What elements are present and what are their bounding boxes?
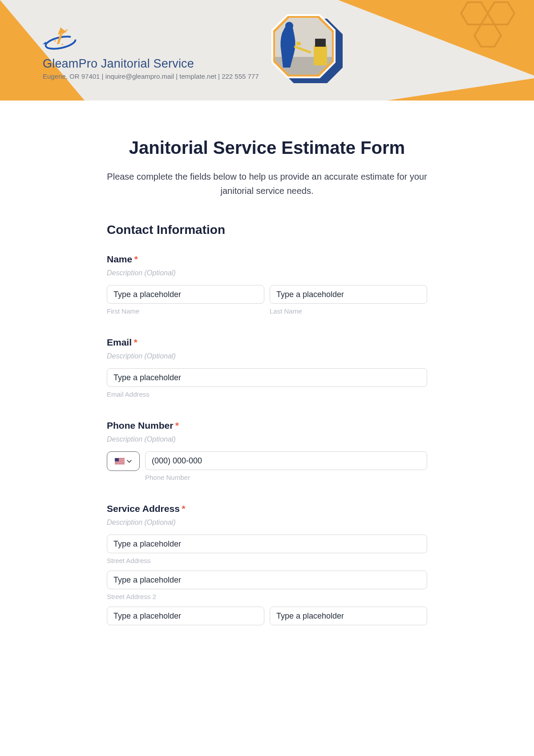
phone-sublabel: Phone Number: [145, 474, 427, 481]
header-accent-right-bottom: [387, 78, 534, 101]
name-label: Name: [107, 254, 132, 264]
last-name-input[interactable]: [270, 285, 427, 304]
company-block: GleamPro Janitorial Service Eugene, OR 9…: [43, 26, 259, 80]
page-header: GleamPro Janitorial Service Eugene, OR 9…: [0, 0, 534, 101]
section-contact-heading: Contact Information: [107, 223, 427, 237]
name-hint: Description (Optional): [107, 269, 427, 277]
svg-point-10: [285, 22, 293, 30]
email-input[interactable]: [107, 368, 427, 387]
phone-input[interactable]: [145, 451, 427, 470]
svg-point-17: [57, 43, 59, 44]
street-address-2-input[interactable]: [107, 571, 427, 589]
phone-label: Phone Number: [107, 420, 173, 430]
street-address-sublabel: Street Address: [107, 557, 427, 564]
svg-rect-12: [296, 42, 301, 45]
svg-point-18: [61, 44, 63, 45]
required-marker: *: [182, 503, 185, 514]
required-marker: *: [134, 254, 138, 264]
email-sublabel: Email Address: [107, 390, 427, 398]
svg-marker-0: [461, 2, 488, 24]
svg-point-16: [54, 40, 56, 42]
required-marker: *: [175, 420, 179, 430]
company-name: GleamPro Janitorial Service: [43, 57, 259, 71]
field-address: Service Address * Description (Optional)…: [107, 503, 427, 625]
form-title: Janitorial Service Estimate Form: [107, 138, 427, 158]
email-label: Email: [107, 337, 132, 347]
field-email: Email * Description (Optional) Email Add…: [107, 337, 427, 398]
field-phone: Phone Number * Description (Optional) Ph…: [107, 420, 427, 481]
form-description: Please complete the fields below to help…: [107, 169, 427, 198]
chevron-down-icon: [127, 460, 132, 463]
company-meta: Eugene, OR 97401 | inquire@gleampro.mail…: [43, 72, 259, 80]
form-container: Janitorial Service Estimate Form Please …: [85, 101, 449, 665]
email-hint: Description (Optional): [107, 352, 427, 360]
street-address-input[interactable]: [107, 535, 427, 553]
svg-rect-9: [315, 39, 326, 47]
svg-marker-2: [474, 24, 501, 47]
city-input[interactable]: [107, 607, 264, 625]
svg-marker-1: [488, 2, 514, 24]
svg-rect-8: [314, 45, 327, 65]
svg-rect-25: [115, 463, 125, 464]
phone-hint: Description (Optional): [107, 435, 427, 443]
address-label: Service Address: [107, 503, 180, 514]
field-name: Name * Description (Optional) First Name…: [107, 254, 427, 315]
street-address-2-sublabel: Street Address 2: [107, 593, 427, 600]
last-name-sublabel: Last Name: [270, 307, 427, 315]
country-code-button[interactable]: [107, 451, 140, 471]
honeycomb-icon: [452, 0, 528, 67]
hero-hex-frame: [263, 14, 347, 89]
state-input[interactable]: [270, 607, 427, 625]
first-name-sublabel: First Name: [107, 307, 264, 315]
required-marker: *: [134, 337, 137, 347]
company-logo: [43, 26, 259, 52]
svg-rect-23: [115, 462, 125, 462]
svg-rect-24: [115, 462, 125, 463]
address-hint: Description (Optional): [107, 519, 427, 527]
svg-rect-15: [57, 34, 62, 44]
svg-rect-26: [115, 458, 119, 462]
us-flag-icon: [115, 458, 125, 464]
first-name-input[interactable]: [107, 285, 264, 304]
